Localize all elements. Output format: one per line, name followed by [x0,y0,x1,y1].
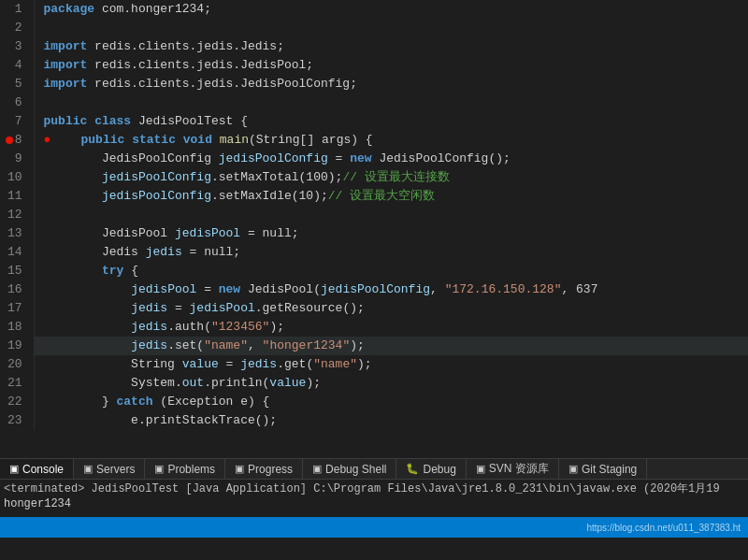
line-number: 22 [0,393,34,411]
terminated-line: <terminated> JedisPoolTest [Java Applica… [4,481,744,496]
token-plain: = [196,282,218,296]
tab-git[interactable]: ▣Git Staging [559,459,647,480]
code-line: 9 JedisPoolConfig jedisPoolConfig = new … [0,150,748,168]
token-plain: (Exception e) { [153,395,270,409]
token-plain: .setMaxIdle(10); [211,189,328,203]
code-content: JedisPool jedisPool = null; [34,224,748,243]
progress-icon: ▣ [235,463,244,475]
output-line: honger1234 [4,496,744,511]
code-line: 19 jedis.set("name", "honger1234"); [0,337,748,355]
token-plain: JedisPoolConfig [44,151,219,165]
line-number: 11 [0,187,34,206]
token-kw: try [102,264,123,278]
code-line: 4import redis.clients.jedis.JedisPool; [0,56,748,75]
code-content: try { [34,262,748,280]
token-kw: import [44,58,88,72]
token-var: jedis [240,357,277,371]
token-kw: new [219,282,240,296]
tab-console[interactable]: ▣Console [0,459,74,480]
servers-icon: ▣ [83,463,93,475]
token-plain: ); [269,320,284,334]
code-line: 18 jedis.auth("123456"); [0,318,748,337]
tab-debug-shell[interactable]: ▣Debug Shell [303,459,396,480]
token-plain: = [167,301,189,315]
token-kw: package [44,2,95,16]
token-comment: // 设置最大连接数 [342,170,449,184]
token-plain: redis.clients.jedis.JedisPoolConfig; [87,77,357,91]
line-number: 14 [0,243,34,262]
code-line: 10 jedisPoolConfig.setMaxTotal(100);// 设… [0,168,748,187]
token-kw: new [350,151,371,165]
token-plain: e.printStackTrace(); [44,413,278,427]
line-number: 21 [0,374,34,393]
token-plain: = null; [182,245,240,259]
line-number: 8 [0,131,34,150]
token-plain: ); [306,376,321,390]
token-plain: = [328,151,350,165]
line-number: 12 [0,206,34,224]
token-var: jedisPoolConfig [102,189,211,203]
code-line: 17 jedis = jedisPool.getResource(); [0,299,748,318]
code-content [34,206,748,224]
tab-svn[interactable]: ▣SVN 资源库 [467,459,559,480]
token-plain [44,301,132,315]
line-number: 9 [0,150,34,168]
tab-servers[interactable]: ▣Servers [74,459,145,480]
code-line: 14 Jedis jedis = null; [0,243,748,262]
token-plain [87,114,94,128]
token-var: out [182,376,204,390]
token-plain: com.honger1234; [94,2,211,16]
token-var: value [182,357,219,371]
code-content: package com.honger1234; [34,0,748,19]
token-var: jedis [131,320,167,334]
tab-progress[interactable]: ▣Progress [225,459,303,480]
code-content: public class JedisPoolTest { [34,112,748,131]
token-plain: System. [44,376,182,390]
code-content: String value = jedis.get("name"); [34,355,748,374]
token-plain: { [123,264,138,278]
bottom-tabs: ▣Console▣Servers▣Problems▣Progress▣Debug… [0,458,748,479]
code-line: 1package com.honger1234; [0,0,748,19]
code-content: import redis.clients.jedis.JedisPool; [34,56,748,75]
line-number: 1 [0,0,34,19]
code-content: import redis.clients.jedis.Jedis; [34,37,748,56]
code-line: 12 [0,206,748,224]
line-number: 23 [0,411,34,430]
code-line: 16 jedisPool = new JedisPool(jedisPoolCo… [0,280,748,299]
editor-area: 1package com.honger1234;23import redis.c… [0,0,748,458]
line-number: 10 [0,168,34,187]
token-plain [44,282,132,296]
token-plain: .getResource(); [255,301,365,315]
svn-label: SVN 资源库 [489,461,549,477]
token-kw: public [51,133,124,147]
line-number: 16 [0,280,34,299]
token-var: jedis [131,338,167,352]
token-plain [176,133,183,147]
code-content [34,19,748,37]
token-plain [124,133,132,147]
git-label: Git Staging [582,463,637,476]
token-kw: void [183,133,212,147]
code-line: 3import redis.clients.jedis.Jedis; [0,37,748,56]
tab-debug[interactable]: 🐛Debug [396,459,466,480]
token-plain [44,320,132,334]
token-kw: import [44,77,88,91]
token-method: main [220,133,249,147]
token-plain: JedisPool [44,226,175,240]
code-content: Jedis jedis = null; [34,243,748,262]
token-var: value [269,376,306,390]
console-label: Console [22,463,64,476]
token-plain [44,170,102,184]
token-plain [212,133,220,147]
console-icon: ▣ [9,463,19,475]
line-number: 13 [0,224,34,243]
code-line: 5import redis.clients.jedis.JedisPoolCon… [0,75,748,93]
code-line: 15 try { [0,262,748,280]
token-str: "honger1234" [263,338,351,352]
token-plain: redis.clients.jedis.Jedis; [87,39,284,53]
code-content: jedis.auth("123456"); [34,318,748,337]
line-number: 18 [0,318,34,337]
status-bar: https://blog.csdn.net/u011_387383.ht [0,517,748,538]
debug-icon: 🐛 [406,463,419,475]
tab-problems[interactable]: ▣Problems [145,459,225,480]
